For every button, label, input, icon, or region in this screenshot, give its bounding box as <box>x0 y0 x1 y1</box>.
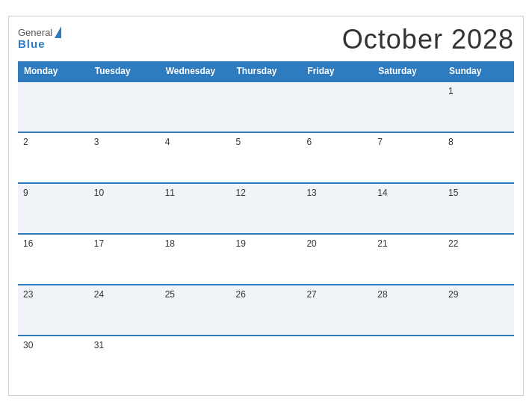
day-number: 8 <box>448 137 454 147</box>
calendar-day-cell <box>160 336 231 386</box>
day-number: 4 <box>165 137 170 147</box>
day-number: 14 <box>377 188 387 198</box>
calendar-container: General Blue October 2028 Monday Tuesday… <box>8 16 524 396</box>
calendar-day-cell: 2 <box>18 132 89 183</box>
calendar-day-cell: 16 <box>18 234 89 285</box>
calendar-day-cell: 4 <box>160 132 231 183</box>
calendar-day-cell: 22 <box>443 234 514 285</box>
calendar-day-cell: 15 <box>443 183 514 234</box>
day-number: 23 <box>23 289 33 300</box>
day-number: 26 <box>236 289 246 300</box>
calendar-day-cell: 13 <box>301 183 372 234</box>
calendar-day-cell <box>231 336 302 386</box>
day-number: 5 <box>236 137 241 147</box>
weekday-sunday: Sunday <box>443 61 514 81</box>
calendar-week-row: 23242526272829 <box>18 285 514 336</box>
calendar-day-cell: 1 <box>443 81 514 132</box>
calendar-day-cell: 6 <box>301 132 372 183</box>
calendar-day-cell: 28 <box>372 285 443 336</box>
day-number: 28 <box>377 289 387 300</box>
day-number: 30 <box>23 340 33 350</box>
weekday-monday: Monday <box>18 61 89 81</box>
day-number: 6 <box>306 137 312 147</box>
calendar-week-row: 2345678 <box>18 132 514 183</box>
calendar-day-cell: 17 <box>89 234 160 285</box>
calendar-header: General Blue October 2028 <box>18 24 514 55</box>
day-number: 19 <box>236 238 246 249</box>
day-number: 7 <box>377 137 383 147</box>
calendar-day-cell: 26 <box>231 285 302 336</box>
day-number: 1 <box>448 86 454 96</box>
calendar-day-cell: 5 <box>231 132 302 183</box>
day-number: 21 <box>377 238 387 249</box>
calendar-day-cell: 20 <box>301 234 372 285</box>
calendar-day-cell <box>372 336 443 386</box>
calendar-day-cell: 18 <box>160 234 231 285</box>
day-number: 11 <box>165 188 175 198</box>
calendar-day-cell: 8 <box>443 132 514 183</box>
calendar-day-cell: 21 <box>372 234 443 285</box>
calendar-day-cell: 29 <box>443 285 514 336</box>
logo-general: General <box>18 28 52 38</box>
weekday-tuesday: Tuesday <box>89 61 160 81</box>
day-number: 22 <box>448 238 458 249</box>
calendar-day-cell <box>160 81 231 132</box>
day-number: 24 <box>94 289 104 300</box>
weekday-header-row: Monday Tuesday Wednesday Thursday Friday… <box>18 61 514 81</box>
calendar-day-cell <box>89 81 160 132</box>
calendar-week-row: 9101112131415 <box>18 183 514 234</box>
day-number: 10 <box>94 188 104 198</box>
calendar-day-cell <box>372 81 443 132</box>
calendar-day-cell: 10 <box>89 183 160 234</box>
calendar-day-cell: 31 <box>89 336 160 386</box>
day-number: 3 <box>94 137 99 147</box>
weekday-thursday: Thursday <box>231 61 302 81</box>
calendar-day-cell: 3 <box>89 132 160 183</box>
logo-blue: Blue <box>18 38 61 51</box>
calendar-day-cell <box>231 81 302 132</box>
calendar-grid: Monday Tuesday Wednesday Thursday Friday… <box>18 61 514 386</box>
calendar-day-cell: 25 <box>160 285 231 336</box>
day-number: 9 <box>23 188 28 198</box>
calendar-day-cell: 9 <box>18 183 89 234</box>
day-number: 25 <box>165 289 175 300</box>
day-number: 17 <box>94 238 104 249</box>
day-number: 20 <box>306 238 316 249</box>
calendar-day-cell: 11 <box>160 183 231 234</box>
calendar-title: October 2028 <box>342 24 514 55</box>
day-number: 12 <box>236 188 246 198</box>
calendar-day-cell: 12 <box>231 183 302 234</box>
day-number: 31 <box>94 340 104 350</box>
day-number: 16 <box>23 238 33 249</box>
logo: General Blue <box>18 28 61 51</box>
calendar-day-cell <box>301 336 372 386</box>
calendar-day-cell: 30 <box>18 336 89 386</box>
calendar-day-cell: 24 <box>89 285 160 336</box>
calendar-day-cell <box>18 81 89 132</box>
day-number: 29 <box>448 289 458 300</box>
day-number: 15 <box>448 188 458 198</box>
calendar-week-row: 16171819202122 <box>18 234 514 285</box>
calendar-day-cell <box>443 336 514 386</box>
calendar-day-cell <box>301 81 372 132</box>
calendar-day-cell: 7 <box>372 132 443 183</box>
calendar-day-cell: 23 <box>18 285 89 336</box>
calendar-day-cell: 19 <box>231 234 302 285</box>
logo-triangle-icon <box>55 26 61 38</box>
day-number: 2 <box>23 137 28 147</box>
day-number: 27 <box>306 289 316 300</box>
weekday-friday: Friday <box>301 61 372 81</box>
weekday-wednesday: Wednesday <box>160 61 231 81</box>
calendar-week-row: 3031 <box>18 336 514 386</box>
calendar-day-cell: 27 <box>301 285 372 336</box>
day-number: 18 <box>165 238 175 249</box>
calendar-week-row: 1 <box>18 81 514 132</box>
calendar-day-cell: 14 <box>372 183 443 234</box>
weekday-saturday: Saturday <box>372 61 443 81</box>
day-number: 13 <box>306 188 316 198</box>
